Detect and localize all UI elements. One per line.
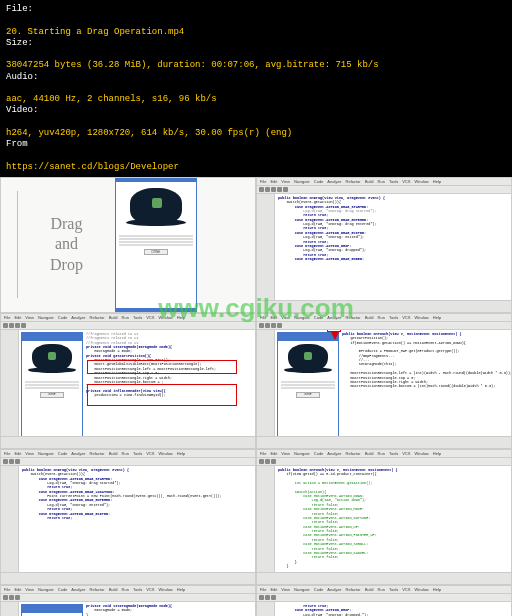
- menu-help[interactable]: Help: [177, 451, 185, 456]
- menu-vcs[interactable]: VCS: [402, 179, 410, 184]
- menu-view[interactable]: View: [25, 587, 34, 592]
- menu-code[interactable]: Code: [314, 179, 324, 184]
- menu-vcs[interactable]: VCS: [146, 315, 154, 320]
- menu-view[interactable]: View: [281, 179, 290, 184]
- menu-analyze[interactable]: Analyze: [327, 315, 341, 320]
- menu-file[interactable]: File: [4, 451, 10, 456]
- menu-refactor[interactable]: Refactor: [346, 587, 361, 592]
- menu-file[interactable]: File: [260, 451, 266, 456]
- menu-analyze[interactable]: Analyze: [71, 587, 85, 592]
- menu-file[interactable]: File: [260, 315, 266, 320]
- menu-code[interactable]: Code: [314, 315, 324, 320]
- menu-help[interactable]: Help: [177, 587, 185, 592]
- menu-edit[interactable]: Edit: [14, 451, 21, 456]
- menu-run[interactable]: Run: [122, 587, 129, 592]
- menu-window[interactable]: Window: [415, 315, 429, 320]
- menu-code[interactable]: Code: [58, 315, 68, 320]
- menu-view[interactable]: View: [281, 315, 290, 320]
- code-editor[interactable]: return true; case DragEvent.ACTION_DROP:…: [275, 602, 511, 616]
- menu-code[interactable]: Code: [314, 451, 324, 456]
- menu-tools[interactable]: Tools: [133, 315, 142, 320]
- menu-analyze[interactable]: Analyze: [71, 315, 85, 320]
- menu-window[interactable]: Window: [415, 451, 429, 456]
- menu-vcs[interactable]: VCS: [402, 587, 410, 592]
- menu-run[interactable]: Run: [378, 315, 385, 320]
- menu-tools[interactable]: Tools: [133, 587, 142, 592]
- ide-toolbar[interactable]: [257, 186, 511, 194]
- done-button[interactable]: DONE: [144, 249, 168, 255]
- menu-help[interactable]: Help: [433, 315, 441, 320]
- ide-menubar[interactable]: FileEditViewNavigateCodeAnalyzeRefactorB…: [257, 178, 511, 186]
- menu-analyze[interactable]: Analyze: [327, 451, 341, 456]
- menu-file[interactable]: File: [260, 179, 266, 184]
- menu-run[interactable]: Run: [378, 451, 385, 456]
- menu-edit[interactable]: Edit: [14, 587, 21, 592]
- menu-tools[interactable]: Tools: [389, 179, 398, 184]
- menu-vcs[interactable]: VCS: [402, 451, 410, 456]
- code-editor[interactable]: public boolean onDrag(View view, DragEve…: [19, 466, 255, 572]
- done-button[interactable]: DONE: [40, 392, 64, 398]
- menu-navigate[interactable]: Navigate: [38, 587, 54, 592]
- menu-build[interactable]: Build: [365, 179, 374, 184]
- menu-analyze[interactable]: Analyze: [71, 451, 85, 456]
- menu-navigate[interactable]: Navigate: [38, 315, 54, 320]
- menu-tools[interactable]: Tools: [133, 451, 142, 456]
- menu-refactor[interactable]: Refactor: [346, 451, 361, 456]
- menu-code[interactable]: Code: [58, 451, 68, 456]
- menu-build[interactable]: Build: [109, 587, 118, 592]
- menu-help[interactable]: Help: [177, 315, 185, 320]
- menu-vcs[interactable]: VCS: [402, 315, 410, 320]
- menu-build[interactable]: Build: [365, 587, 374, 592]
- menu-build[interactable]: Build: [109, 451, 118, 456]
- menu-file[interactable]: File: [4, 587, 10, 592]
- menu-refactor[interactable]: Refactor: [90, 587, 105, 592]
- menu-edit[interactable]: Edit: [270, 587, 277, 592]
- menu-tools[interactable]: Tools: [389, 315, 398, 320]
- menu-run[interactable]: Run: [122, 451, 129, 456]
- menu-help[interactable]: Help: [433, 179, 441, 184]
- menu-tools[interactable]: Tools: [389, 451, 398, 456]
- menu-view[interactable]: View: [281, 587, 290, 592]
- menu-file[interactable]: File: [260, 587, 266, 592]
- menu-edit[interactable]: Edit: [270, 179, 277, 184]
- menu-run[interactable]: Run: [122, 315, 129, 320]
- menu-edit[interactable]: Edit: [270, 315, 277, 320]
- menu-vcs[interactable]: VCS: [146, 451, 154, 456]
- menu-window[interactable]: Window: [159, 315, 173, 320]
- menu-view[interactable]: View: [25, 451, 34, 456]
- menu-window[interactable]: Window: [415, 587, 429, 592]
- menu-analyze[interactable]: Analyze: [327, 587, 341, 592]
- done-button[interactable]: DONE: [296, 392, 320, 398]
- menu-build[interactable]: Build: [365, 451, 374, 456]
- menu-navigate[interactable]: Navigate: [294, 315, 310, 320]
- menu-view[interactable]: View: [281, 451, 290, 456]
- code-editor[interactable]: DONE public boolean onTouch(View v, Moti…: [275, 330, 511, 436]
- menu-navigate[interactable]: Navigate: [294, 451, 310, 456]
- code-editor[interactable]: public boolean onDrag(View view, DragEve…: [275, 194, 511, 300]
- menu-navigate[interactable]: Navigate: [294, 179, 310, 184]
- menu-refactor[interactable]: Refactor: [346, 315, 361, 320]
- menu-refactor[interactable]: Refactor: [346, 179, 361, 184]
- menu-help[interactable]: Help: [433, 451, 441, 456]
- menu-edit[interactable]: Edit: [14, 315, 21, 320]
- menu-navigate[interactable]: Navigate: [38, 451, 54, 456]
- menu-file[interactable]: File: [4, 315, 10, 320]
- menu-navigate[interactable]: Navigate: [294, 587, 310, 592]
- menu-view[interactable]: View: [25, 315, 34, 320]
- menu-refactor[interactable]: Refactor: [90, 315, 105, 320]
- menu-vcs[interactable]: VCS: [146, 587, 154, 592]
- code-editor[interactable]: public boolean onTouch(View v, MotionEve…: [275, 466, 511, 572]
- menu-help[interactable]: Help: [433, 587, 441, 592]
- code-editor[interactable]: DONE private void setDragMode(IDragMode …: [19, 602, 255, 616]
- menu-edit[interactable]: Edit: [270, 451, 277, 456]
- menu-build[interactable]: Build: [109, 315, 118, 320]
- menu-tools[interactable]: Tools: [389, 587, 398, 592]
- menu-code[interactable]: Code: [314, 587, 324, 592]
- menu-run[interactable]: Run: [378, 587, 385, 592]
- menu-window[interactable]: Window: [159, 587, 173, 592]
- menu-analyze[interactable]: Analyze: [327, 179, 341, 184]
- code-editor[interactable]: DONE //fragments related to UI//fragment…: [19, 330, 255, 436]
- menu-run[interactable]: Run: [378, 179, 385, 184]
- menu-build[interactable]: Build: [365, 315, 374, 320]
- menu-window[interactable]: Window: [415, 179, 429, 184]
